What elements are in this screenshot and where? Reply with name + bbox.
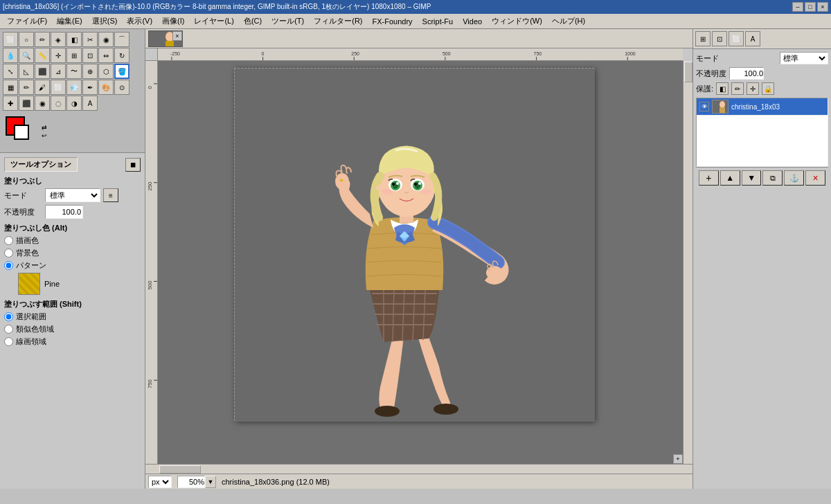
tool-handle-transform[interactable]: ⊕ [82,64,98,79]
tool-measure[interactable]: 📏 [35,48,50,63]
layer-list[interactable]: 👁 christina_18x03 [696,98,828,167]
menu-item-ファイルf[interactable]: ファイル(F) [3,15,51,28]
menu-item-色c[interactable]: 色(C) [240,15,266,28]
pattern-radio[interactable] [4,261,13,270]
right-tool-4[interactable]: A [745,31,760,46]
zoom-dropdown[interactable]: ▼ [205,476,216,488]
swap-colors-icon[interactable]: ⇄ [42,124,47,131]
line-radio[interactable] [4,337,13,346]
menu-item-ツールt[interactable]: ツール(T) [267,15,308,28]
menu-item-ヘルプh[interactable]: ヘルプ(H) [548,15,589,28]
mode-extra-btn[interactable]: ≡ [103,188,118,202]
tool-dodge-burn[interactable]: ◑ [66,96,82,111]
menu-item-選択s[interactable]: 選択(S) [88,15,122,28]
v-scroll-thumb[interactable] [684,62,692,82]
right-tool-2[interactable]: ⊡ [712,31,727,46]
mode-select[interactable]: 標準 [45,188,100,202]
layer-opacity-input[interactable] [729,67,764,80]
zoom-input[interactable] [177,476,205,488]
tool-perspective[interactable]: ⬛ [35,64,50,79]
tool-pencil[interactable]: ✏ [19,80,34,95]
tool-cage-transform[interactable]: ⬡ [98,64,114,79]
tool-zoom[interactable]: 🔍 [19,48,34,63]
tool-perspective-clone[interactable]: ⬛ [19,96,34,111]
tool-unified-transform[interactable]: ⊿ [51,64,66,79]
tool-align[interactable]: ⊞ [66,48,82,63]
v-scrollbar[interactable] [683,61,692,464]
tool-shear[interactable]: ◺ [19,64,34,79]
right-tool-3[interactable]: ⬜ [729,31,744,46]
menu-item-フィルターr[interactable]: フィルター(R) [310,15,366,28]
tool-options-expand[interactable]: ◼ [125,158,141,172]
tool-select-by-color[interactable]: ◧ [66,32,82,47]
protect-transparency-btn[interactable]: ◧ [716,82,729,95]
protect-paint-btn[interactable]: ✏ [731,82,744,95]
background-color[interactable] [14,125,29,140]
protect-label: 保護: [696,84,713,94]
protect-position-btn[interactable]: ✛ [747,82,759,95]
raise-layer-button[interactable]: ▲ [720,170,740,186]
tool-foreground-select[interactable]: ◉ [98,32,114,47]
svg-point-41 [418,182,421,185]
lower-layer-button[interactable]: ▼ [742,170,762,186]
selection-radio[interactable] [4,312,13,321]
layer-visibility-toggle[interactable]: 👁 [699,102,709,111]
protect-all-btn[interactable]: 🔒 [762,82,774,95]
menu-item-script-fu[interactable]: Script-Fu [418,16,458,27]
tool-clone[interactable]: ⊙ [114,80,129,95]
minimize-button[interactable]: – [792,2,803,12]
tool-mypaint-brush[interactable]: 🎨 [98,80,114,95]
tool-color-picker[interactable]: 💧 [3,48,18,63]
menu-item-video[interactable]: Video [458,16,486,27]
duplicate-layer-button[interactable]: ⧉ [762,170,783,186]
tool-scale[interactable]: ⤡ [3,64,18,79]
tool-scissors[interactable]: ✂ [82,32,98,47]
tool-warp-transform[interactable]: 〜 [66,64,82,79]
tool-paintbrush[interactable]: 🖌 [35,80,50,95]
right-tool-1[interactable]: ⊞ [695,31,711,46]
menu-item-画像i[interactable]: 画像(I) [158,15,188,28]
tool-heal[interactable]: ✚ [3,96,18,111]
layer-mode-select[interactable]: 標準 [780,52,828,64]
delete-layer-button[interactable]: × [805,170,825,186]
tool-rotate[interactable]: ↻ [114,48,129,63]
menu-item-ウィンドウw[interactable]: ウィンドウ(W) [488,15,546,28]
image-canvas[interactable]: + [158,61,683,464]
layer-item[interactable]: 👁 christina_18x03 [697,98,828,116]
menu-item-fx-foundry[interactable]: FX-Foundry [368,16,417,27]
tool-airbrush[interactable]: 💨 [66,80,82,95]
tool-transform[interactable]: ⊡ [82,48,98,63]
new-layer-button[interactable]: + [699,170,719,186]
h-scroll-thumb[interactable] [159,465,201,474]
tool-move[interactable]: ✛ [51,48,66,63]
tool-ink[interactable]: ✒ [82,80,98,95]
tool-ellipse-select[interactable]: ○ [19,32,34,47]
pattern-swatch[interactable] [18,273,40,295]
tool-fuzzy-select[interactable]: ◈ [51,32,66,47]
menu-item-編集e[interactable]: 編集(E) [53,15,87,28]
similar-radio[interactable] [4,325,13,334]
maximize-button[interactable]: □ [805,2,816,12]
tool-eraser[interactable]: ⬜ [51,80,66,95]
canvas-area[interactable]: -250 0 250 500 750 1000 [145,48,692,474]
thumbnail-close[interactable]: × [172,31,182,41]
tool-free-select[interactable]: ✏ [35,32,50,47]
tool-blend[interactable]: ▦ [3,80,18,95]
close-button[interactable]: × [817,2,828,12]
fg-radio[interactable] [4,236,13,245]
menu-item-表示v[interactable]: 表示(V) [123,15,157,28]
menu-item-レイヤーl[interactable]: レイヤー(L) [190,15,238,28]
unit-select[interactable]: px [148,476,172,488]
bg-radio[interactable] [4,249,13,258]
anchor-layer-button[interactable]: ⚓ [784,170,804,186]
reset-colors-icon[interactable]: ↩ [42,132,47,139]
tool-paths[interactable]: ⌒ [114,32,129,47]
tool-rect-select[interactable]: ⬜ [3,32,18,47]
tool-text[interactable]: A [82,96,98,111]
tool-blur-sharpen[interactable]: ◉ [35,96,50,111]
tool-smudge[interactable]: ◌ [51,96,66,111]
opacity-input[interactable]: 100.0 [45,205,83,219]
tool-flip[interactable]: ⇔ [98,48,114,63]
h-scrollbar[interactable] [145,464,692,474]
tool-bucket-fill[interactable]: 🪣 [114,64,129,79]
